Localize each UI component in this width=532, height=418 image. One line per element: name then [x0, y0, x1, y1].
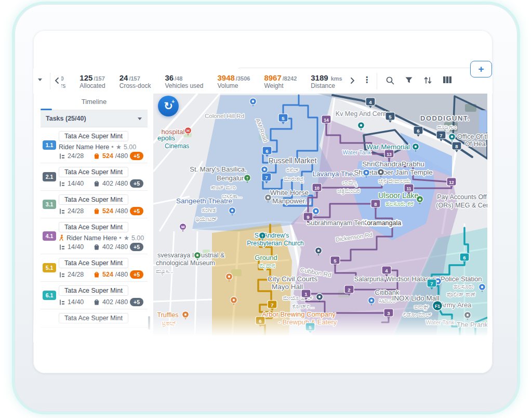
svg-text:M: M [181, 225, 185, 229]
caret-down-icon[interactable] [37, 77, 43, 82]
map-label: ಮೈದಾನ [259, 263, 275, 270]
map-region-water-tank-pond[interactable] [479, 110, 487, 133]
vehicle-card-list: 1.1 Tata Ace Super Mint Rider Name Here … [41, 127, 148, 328]
extra-count-badge[interactable]: +5 [130, 298, 143, 306]
load-used: 402 [102, 243, 113, 251]
tablet-frame: 0/40 Tours 125/157 Allocated 24/157 Cros… [15, 4, 517, 412]
vehicle-card[interactable]: Tata Ace Super Mint [41, 309, 148, 328]
map-label: INOX Lido Mall [392, 294, 440, 302]
map-label: Manpower. [272, 197, 307, 205]
header-stat: 3189 kms Distance [311, 73, 342, 90]
vehicle-title[interactable]: Tata Ace Super Mint [59, 313, 128, 323]
tasks-count: 24/28 [68, 271, 84, 278]
map-label: Kv Meg And Centre [336, 110, 392, 117]
map-label: Koramangala [363, 219, 401, 227]
vehicle-card[interactable]: 5.1 Tata Ace Super Mint 24/28 524/480 +5 [41, 254, 148, 282]
map-label: chnological Museum [156, 259, 215, 267]
kebab-menu-icon[interactable]: ⋮ [363, 75, 371, 85]
sidebar-scrollbar[interactable] [148, 316, 150, 330]
map-label: ಥಿಯೇಟರ್ [196, 216, 217, 222]
vehicle-card[interactable]: 6.1 Tata Ace Super Mint 14/40 402/480 +5 [41, 282, 148, 309]
vehicle-card[interactable]: 4.1 Tata Ace Super Mint Rider Name Here … [41, 218, 148, 254]
card-stats: 24/28 524/480 +5 [59, 207, 148, 215]
load-total: /480 [115, 207, 128, 215]
map-label: Presbyterian Church [247, 240, 303, 247]
map-label: (ORs) MEG & Cen [436, 202, 487, 209]
rider-rating: 5.00 [124, 143, 136, 151]
card-stats: 14/40 402/480 +5 [59, 243, 148, 251]
load-used: 402 [102, 298, 113, 306]
stats-strip[interactable]: 0/40 Tours 125/157 Allocated 24/157 Cros… [61, 70, 344, 93]
caret-down-icon [137, 117, 142, 121]
chevron-right-icon[interactable] [349, 76, 355, 87]
tasks-header[interactable]: Tasks (25/40) [41, 110, 148, 127]
svg-text:5: 5 [389, 114, 392, 120]
extra-count-badge[interactable]: +5 [130, 243, 143, 251]
tasks-icon [59, 180, 65, 187]
svg-text:6: 6 [259, 318, 261, 324]
filter-icon[interactable] [405, 76, 413, 86]
route-badge: 3.1 [43, 200, 56, 209]
chevron-left-icon[interactable] [54, 76, 60, 87]
svg-text:7: 7 [271, 302, 273, 308]
vehicle-title[interactable]: Tata Ace Super Mint [59, 258, 128, 268]
add-button[interactable]: + [470, 61, 492, 77]
extra-count-badge[interactable]: +5 [130, 270, 143, 279]
svg-text:14: 14 [324, 117, 329, 123]
svg-text:6: 6 [463, 255, 466, 260]
map-refresh-button[interactable]: ↻+ [158, 96, 179, 116]
svg-text:12: 12 [449, 180, 454, 185]
map-label: City Civil Courts [268, 275, 317, 283]
route-marker-F1[interactable]: F1 [433, 301, 443, 311]
vehicle-card[interactable]: 1.1 Tata Ace Super Mint Rider Name Here … [41, 127, 148, 163]
card-stats: 14/40 402/480 +5 [59, 179, 148, 188]
star-icon: ★ [124, 234, 129, 242]
extra-count-badge[interactable]: +5 [130, 152, 143, 160]
vehicle-title[interactable]: Tata Ace Super Mint [59, 222, 128, 232]
sort-icon[interactable] [423, 76, 432, 87]
svg-text:7: 7 [440, 133, 442, 138]
map-label: ಟ್ರಫಲ್ಸ್ [162, 320, 176, 326]
map-label: Water Tank [425, 319, 455, 325]
svg-text:4: 4 [369, 99, 372, 105]
map-label: Ulsoor Lake [378, 191, 418, 200]
vehicle-title[interactable]: Tata Ace Super Mint [59, 285, 128, 296]
svg-text:7: 7 [430, 281, 433, 286]
search-icon[interactable] [385, 76, 395, 87]
columns-icon[interactable] [443, 76, 452, 86]
extra-count-badge[interactable]: +5 [130, 179, 143, 188]
map-label: ಸೇಂಟ್ ಮೇರಿ [211, 184, 236, 190]
vehicle-title[interactable]: Tata Ace Super Mint [59, 167, 128, 177]
svg-text:†: † [261, 233, 263, 238]
svg-text:8: 8 [374, 201, 377, 207]
extra-count-badge[interactable]: +5 [130, 207, 143, 215]
map-label: Sangeeth Theatre [176, 197, 232, 205]
svg-text:2: 2 [348, 287, 350, 293]
svg-text:4: 4 [385, 268, 388, 273]
svg-text:6: 6 [265, 148, 268, 154]
route-badge: 2.1 [43, 172, 56, 181]
map-label: Salarpuria Windsor [354, 276, 409, 283]
map-label: White Horse [270, 189, 309, 197]
header-stat: 36/48 Vehicles used [165, 73, 203, 90]
map-label: Halasuru Police Station [411, 275, 482, 283]
tasks-count: 14/40 [68, 180, 84, 187]
vehicle-title[interactable]: Tata Ace Super Mint [59, 131, 128, 141]
rider-name: Rider Name Here [66, 234, 117, 242]
tab-timeline[interactable]: Timeline [82, 98, 107, 106]
map-label: ಸಂಗೀತ [202, 207, 216, 213]
map-panel[interactable]: hospitalepolisCinemasColonel Hill RdAM R… [153, 94, 487, 335]
map-label: ರಸೆಲ್ [286, 167, 299, 173]
bag-icon [93, 207, 100, 215]
svg-text:11: 11 [407, 186, 411, 191]
vehicle-card[interactable]: 2.1 Tata Ace Super Mint 14/40 402/480 +5 [41, 163, 148, 191]
svg-text:5: 5 [282, 115, 285, 121]
vehicle-title[interactable]: Tata Ace Super Mint [59, 194, 128, 205]
rider-row: Rider Name Here • ★ 5.00 [59, 234, 148, 242]
load-total: /480 [115, 180, 128, 187]
divider [377, 73, 377, 89]
map-label: epolis [157, 134, 175, 142]
map-label: ಪೊಲೀಸ್ ಠಾಣೆ [446, 291, 475, 297]
route-badge: 5.1 [43, 263, 56, 272]
vehicle-card[interactable]: 3.1 Tata Ace Super Mint 24/28 524/480 +5 [41, 191, 148, 218]
